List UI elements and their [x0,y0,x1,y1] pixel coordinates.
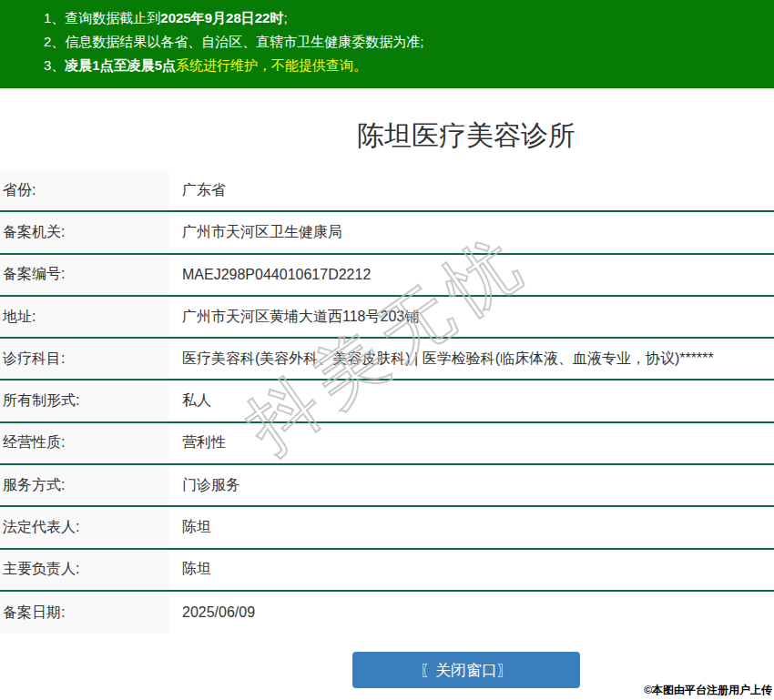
table-row: 地址:广州市天河区黄埔大道西118号203铺 [0,297,774,339]
table-row: 法定代表人:陈坦 [0,507,774,549]
notice-bold-text: 2025年9月28日22时 [160,10,283,25]
row-value: 广州市天河区卫生健康局 [168,212,774,252]
notice-banner: 1、查询数据截止到2025年9月28日22时; 2、信息数据结果以各省、自治区、… [0,0,774,88]
row-label: 服务方式: [0,465,168,505]
notice-text: 信息数据结果以各省、自治区、直辖市卫生健康委数据为准; [65,34,423,49]
table-row: 省份:广东省 [0,170,774,212]
registration-page: 1、查询数据截止到2025年9月28日22时; 2、信息数据结果以各省、自治区、… [0,0,774,688]
table-row: 服务方式:门诊服务 [0,465,774,507]
row-label: 备案编号: [0,255,168,295]
notice-highlight-text: 系统进行维护，不能提供查询。 [176,57,367,73]
credit-watermark: ©本图由平台注册用户上传 [644,683,772,698]
row-label: 诊疗科目: [0,339,168,379]
row-label: 地址: [0,297,168,337]
notice-bold-text: 凌晨1点至凌晨5点 [65,57,176,73]
row-value: 陈坦 [168,550,774,590]
notice-line-3: 3、凌晨1点至凌晨5点系统进行维护，不能提供查询。 [44,54,774,77]
notice-line-number: 1、 [44,10,65,25]
row-value: 广东省 [168,170,774,210]
row-label: 备案日期: [0,592,168,634]
notice-text: 查询数据截止到 [65,10,160,25]
row-value: 广州市天河区黄埔大道西118号203铺 [168,297,774,337]
row-value: 医疗美容科(美容外科、美容皮肤科) | 医学检验科(临床体液、血液专业，协议)*… [168,339,774,379]
table-row: 备案日期:2025/06/09 [0,592,774,634]
row-value: MAEJ298P044010617D2212 [168,255,774,295]
row-value: 陈坦 [168,507,774,547]
notice-text: ; [283,10,287,25]
row-label: 法定代表人: [0,507,168,547]
close-window-button[interactable]: 〖关闭窗口〗 [352,652,580,688]
page-title: 陈坦医疗美容诊所 [0,117,774,154]
row-label: 主要负责人: [0,550,168,590]
notice-line-number: 3、 [44,57,65,73]
row-label: 所有制形式: [0,380,168,421]
notice-line-2: 2、信息数据结果以各省、自治区、直辖市卫生健康委数据为准; [44,30,774,54]
info-table: 省份:广东省备案机关:广州市天河区卫生健康局备案编号:MAEJ298P04401… [0,170,774,634]
table-row: 主要负责人:陈坦 [0,550,774,592]
table-row: 备案编号:MAEJ298P044010617D2212 [0,255,774,297]
table-row: 所有制形式:私人 [0,380,774,422]
row-value: 2025/06/09 [168,592,774,634]
table-row: 诊疗科目:医疗美容科(美容外科、美容皮肤科) | 医学检验科(临床体液、血液专业… [0,339,774,380]
row-label: 备案机关: [0,212,168,252]
table-row: 经营性质:营利性 [0,423,774,465]
table-row: 备案机关:广州市天河区卫生健康局 [0,212,774,254]
row-label: 经营性质: [0,423,168,463]
row-value: 私人 [168,380,774,421]
row-value: 门诊服务 [168,465,774,505]
notice-line-number: 2、 [44,34,65,49]
notice-line-1: 1、查询数据截止到2025年9月28日22时; [44,6,774,30]
row-value: 营利性 [168,423,774,463]
row-label: 省份: [0,170,168,210]
